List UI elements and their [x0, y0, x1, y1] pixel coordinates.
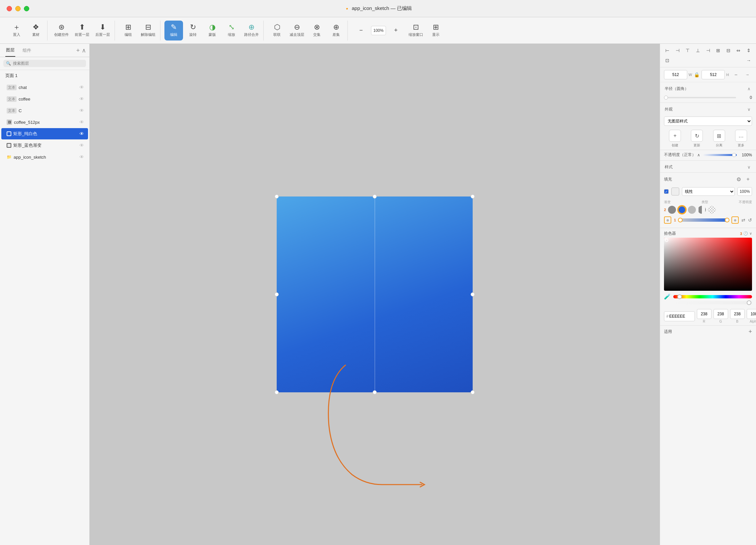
visibility-icon-chat[interactable]: 👁 [79, 85, 84, 90]
opacity-slider[interactable] [703, 154, 737, 156]
hex-input[interactable] [669, 314, 693, 318]
resize-handle-right[interactable] [471, 292, 475, 296]
components-tab[interactable]: 组件 [22, 44, 32, 57]
layer-item-rect-blue[interactable]: 矩形_蓝色渐变 👁 [1, 140, 88, 151]
visibility-icon-coffee512[interactable]: 👁 [79, 120, 84, 125]
visibility-icon-coffee[interactable]: 👁 [79, 96, 84, 102]
gradient-right-thumb[interactable] [725, 218, 729, 223]
add-layer-icon[interactable]: + [76, 47, 80, 53]
b-input[interactable] [730, 309, 745, 319]
transform-button[interactable]: ⊡ [663, 56, 672, 65]
group-button[interactable]: ⊞ 编组 [119, 21, 138, 41]
close-button[interactable] [7, 6, 12, 11]
gradient-stop-gray[interactable] [668, 206, 676, 214]
zoom-window-button[interactable]: ⊡ 缩放窗口 [406, 21, 426, 41]
eyedropper-icon[interactable]: 🧪 [664, 293, 671, 300]
align-center-v-button[interactable]: ⊣ [673, 46, 682, 55]
subtract-button[interactable]: ⊖ 减去顶层 [287, 21, 307, 41]
edit-button[interactable]: ✎ 编辑 [164, 21, 183, 41]
align-icon-btn[interactable]: ↔ [731, 70, 741, 79]
more-style-button[interactable]: … 更多 [735, 130, 747, 148]
create-style-button[interactable]: + 创建 [669, 130, 681, 148]
width-input[interactable] [664, 70, 687, 79]
canvas-area[interactable] [90, 44, 660, 545]
more-options-button[interactable]: → [744, 56, 753, 65]
color-picker-canvas[interactable] [664, 238, 752, 291]
difference-button[interactable]: ⊕ 差集 [327, 21, 345, 41]
opacity-chevron[interactable]: ∧ [697, 153, 700, 157]
visibility-icon-rect-blue[interactable]: 👁 [79, 143, 84, 148]
styles-chevron[interactable]: ∨ [747, 164, 751, 170]
visibility-icon-app-icon[interactable]: 👁 [79, 154, 84, 160]
align-left-button[interactable]: ⊢ [663, 46, 672, 55]
layer-item-rect-white[interactable]: 矩形_纯白色 👁 [1, 128, 88, 139]
resize-handle-left[interactable] [275, 292, 279, 296]
alpha-slider[interactable] [673, 301, 752, 304]
transform-icon-btn[interactable]: → [743, 70, 752, 79]
layer-item-app-icon[interactable]: 📁 app_icon_sketch 👁 [1, 151, 88, 163]
layer-style-select[interactable]: 无图层样式 [664, 117, 752, 126]
fill-settings-icon[interactable]: ⚙ [735, 175, 743, 183]
apply-add-icon[interactable]: + [748, 328, 752, 335]
fill-checkbox[interactable]: ✓ [664, 189, 669, 194]
distribute-v-button[interactable]: ⊟ [724, 46, 733, 55]
color-picker-chevron[interactable]: ∨ [749, 231, 752, 236]
display-button[interactable]: ⊞ 显示 [426, 21, 445, 41]
zoom-plus-button[interactable]: + [387, 21, 405, 41]
fill-add-icon[interactable]: + [744, 175, 752, 183]
assets-button[interactable]: ❖ 素材 [27, 21, 45, 41]
resize-handle-bottom-right[interactable] [471, 390, 475, 394]
visibility-icon-c[interactable]: 👁 [79, 108, 84, 113]
height-input[interactable] [702, 70, 725, 79]
resize-handle-bottom[interactable] [373, 390, 377, 394]
resize-handle-top-left[interactable] [275, 195, 279, 199]
gradient-stop-light[interactable] [688, 206, 696, 214]
maximize-button[interactable] [24, 6, 29, 11]
minimize-button[interactable] [15, 6, 21, 11]
insert-button[interactable]: ＋ 置入 [7, 21, 26, 41]
visibility-icon-rect-white[interactable]: 👁 [79, 131, 84, 136]
search-input[interactable] [13, 61, 83, 66]
gradient-slider-track[interactable] [679, 219, 729, 222]
scale-button[interactable]: ⤡ 缩放 [222, 21, 241, 41]
gradient-stop-blue-selected[interactable] [678, 206, 686, 214]
flip-h-button[interactable]: ⇔ [734, 46, 743, 55]
flip-v-button[interactable]: ⇕ [744, 46, 753, 55]
update-style-button[interactable]: ↻ 更新 [691, 130, 703, 148]
layer-item-chat[interactable]: 文本 chat 👁 [1, 82, 88, 93]
gradient-swap-icon[interactable]: ↺ [748, 218, 752, 223]
align-right-button[interactable]: ⊣ [704, 46, 713, 55]
backward-button[interactable]: ⬇ 后置一层 [93, 21, 113, 41]
align-middle-h-button[interactable]: ⊥ [693, 46, 703, 55]
alpha-input[interactable] [747, 309, 756, 319]
zoom-minus-button[interactable]: − [352, 21, 370, 41]
layer-item-coffee[interactable]: 文本 coffee 👁 [1, 93, 88, 105]
create-control-button[interactable]: ⊛ 创建控件 [51, 21, 71, 41]
gradient-stop-checker[interactable] [708, 206, 716, 214]
gradient-right-target[interactable]: ⊕ [731, 217, 739, 224]
gradient-left-target[interactable]: ⊕ [664, 217, 671, 224]
radius-slider[interactable] [664, 97, 736, 98]
fill-color-swatch[interactable] [671, 188, 679, 196]
forward-button[interactable]: ⬆ 前置一层 [72, 21, 92, 41]
union-button[interactable]: ⬡ 联联 [268, 21, 286, 41]
gradient-left-thumb[interactable] [678, 218, 683, 223]
resize-handle-bottom-left[interactable] [275, 390, 279, 394]
mask-button[interactable]: ◑ 蒙版 [203, 21, 222, 41]
collapse-panel-icon[interactable]: ∧ [82, 47, 86, 53]
resize-handle-top-right[interactable] [471, 195, 475, 199]
rotate-button[interactable]: ↻ 旋转 [184, 21, 202, 41]
align-top-button[interactable]: ⊤ [683, 46, 692, 55]
distribute-h-button[interactable]: ⊞ [713, 46, 723, 55]
g-input[interactable] [713, 309, 728, 319]
gradient-stop-half[interactable] [698, 206, 706, 214]
lock-aspect-icon[interactable]: 🔒 [694, 72, 700, 77]
color-history-icon[interactable]: 🕐 [743, 231, 748, 236]
gradient-reverse-icon[interactable]: ⇄ [741, 218, 745, 223]
layers-tab[interactable]: 图层 [5, 44, 15, 57]
appearance-chevron[interactable]: ∨ [747, 106, 751, 113]
layer-item-c[interactable]: 文本 C 👁 [1, 105, 88, 116]
path-combine-button[interactable]: ⊕ 路径合并 [241, 21, 261, 41]
window-controls[interactable] [7, 6, 29, 11]
resize-handle-top[interactable] [373, 195, 377, 199]
